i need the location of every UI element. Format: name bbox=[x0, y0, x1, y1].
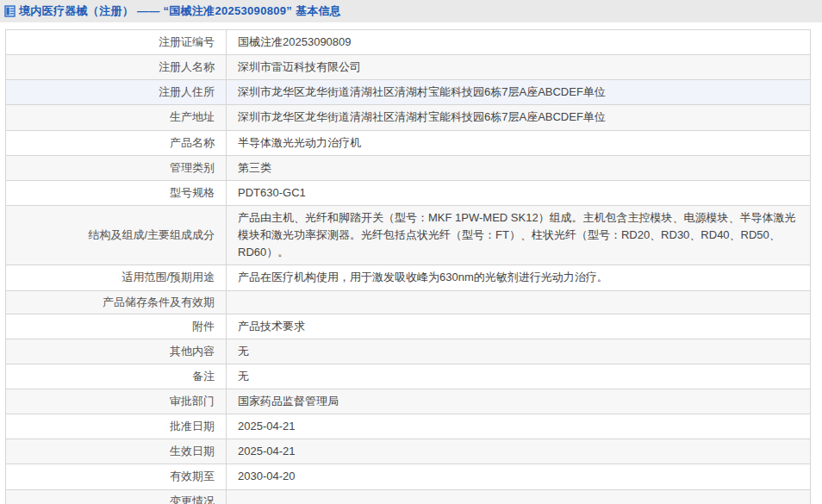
row-value: 无 bbox=[227, 339, 811, 364]
table-row: 型号规格 PDT630-GC1 bbox=[6, 180, 811, 205]
row-value: 产品在医疗机构使用，用于激发吸收峰为630nm的光敏剂进行光动力治疗。 bbox=[227, 265, 811, 290]
row-label: 适用范围/预期用途 bbox=[6, 265, 227, 290]
table-row: 管理类别 第三类 bbox=[6, 155, 811, 180]
row-value: 2025-04-21 bbox=[227, 439, 811, 464]
row-value: 2025-04-21 bbox=[227, 414, 811, 439]
content-card: 注册证编号 国械注准20253090809 注册人名称 深圳市雷迈科技有限公司 … bbox=[0, 22, 822, 504]
row-label: 其他内容 bbox=[6, 339, 227, 364]
row-value: 产品由主机、光纤和脚踏开关（型号：MKF 1PW-MED SK12）组成。主机包… bbox=[227, 205, 811, 264]
row-value: 深圳市龙华区龙华街道清湖社区清湖村宝能科技园6栋7层A座ABCDEF单位 bbox=[227, 105, 811, 130]
table-row: 附件 产品技术要求 bbox=[6, 314, 811, 339]
row-value: 深圳市龙华区龙华街道清湖社区清湖村宝能科技园6栋7层A座ABCDEF单位 bbox=[227, 80, 811, 105]
table-row: 适用范围/预期用途 产品在医疗机构使用，用于激发吸收峰为630nm的光敏剂进行光… bbox=[6, 265, 811, 290]
row-label: 变更情况 bbox=[6, 489, 227, 504]
row-label: 备注 bbox=[6, 364, 227, 389]
row-label: 结构及组成/主要组成成分 bbox=[6, 205, 227, 264]
table-row: 生效日期 2025-04-21 bbox=[6, 439, 811, 464]
row-value: 产品技术要求 bbox=[227, 314, 811, 339]
table-row: 审批部门 国家药品监督管理局 bbox=[6, 389, 811, 414]
table-row: 有效期至 2030-04-20 bbox=[6, 464, 811, 489]
page-header: 境内医疗器械（注册） —— “国械注准20253090809” 基本信息 bbox=[0, 0, 822, 22]
row-value: 半导体激光光动力治疗机 bbox=[227, 130, 811, 155]
row-label: 注册证编号 bbox=[6, 30, 227, 55]
row-label: 产品名称 bbox=[6, 130, 227, 155]
row-value: 国械注准20253090809 bbox=[227, 30, 811, 55]
page-title: 境内医疗器械（注册） —— “国械注准20253090809” 基本信息 bbox=[19, 3, 341, 19]
row-value bbox=[227, 290, 811, 314]
row-value: 深圳市雷迈科技有限公司 bbox=[227, 55, 811, 80]
row-value bbox=[227, 489, 811, 504]
row-label: 批准日期 bbox=[6, 414, 227, 439]
table-row: 注册人名称 深圳市雷迈科技有限公司 bbox=[6, 55, 811, 80]
table-row: 生产地址 深圳市龙华区龙华街道清湖社区清湖村宝能科技园6栋7层A座ABCDEF单… bbox=[6, 105, 811, 130]
table-row: 备注 无 bbox=[6, 364, 811, 389]
row-label: 生产地址 bbox=[6, 105, 227, 130]
row-value: 第三类 bbox=[227, 155, 811, 180]
document-icon bbox=[4, 5, 16, 17]
table-row: 产品储存条件及有效期 bbox=[6, 290, 811, 314]
table-row: 其他内容 无 bbox=[6, 339, 811, 364]
table-row: 产品名称 半导体激光光动力治疗机 bbox=[6, 130, 811, 155]
row-label: 型号规格 bbox=[6, 180, 227, 205]
row-label: 产品储存条件及有效期 bbox=[6, 290, 227, 314]
row-value: 国家药品监督管理局 bbox=[227, 389, 811, 414]
registration-info-table: 注册证编号 国械注准20253090809 注册人名称 深圳市雷迈科技有限公司 … bbox=[5, 29, 811, 504]
row-value: 无 bbox=[227, 364, 811, 389]
table-row: 结构及组成/主要组成成分 产品由主机、光纤和脚踏开关（型号：MKF 1PW-ME… bbox=[6, 205, 811, 264]
row-label: 有效期至 bbox=[6, 464, 227, 489]
row-label: 生效日期 bbox=[6, 439, 227, 464]
table-row: 注册人住所 深圳市龙华区龙华街道清湖社区清湖村宝能科技园6栋7层A座ABCDEF… bbox=[6, 80, 811, 105]
table-row: 批准日期 2025-04-21 bbox=[6, 414, 811, 439]
row-label: 管理类别 bbox=[6, 155, 227, 180]
row-label: 注册人住所 bbox=[6, 80, 227, 105]
table-row: 变更情况 bbox=[6, 489, 811, 504]
row-label: 附件 bbox=[6, 314, 227, 339]
row-label: 审批部门 bbox=[6, 389, 227, 414]
row-label: 注册人名称 bbox=[6, 55, 227, 80]
row-value: PDT630-GC1 bbox=[227, 180, 811, 205]
table-row: 注册证编号 国械注准20253090809 bbox=[6, 30, 811, 55]
row-value: 2030-04-20 bbox=[227, 464, 811, 489]
